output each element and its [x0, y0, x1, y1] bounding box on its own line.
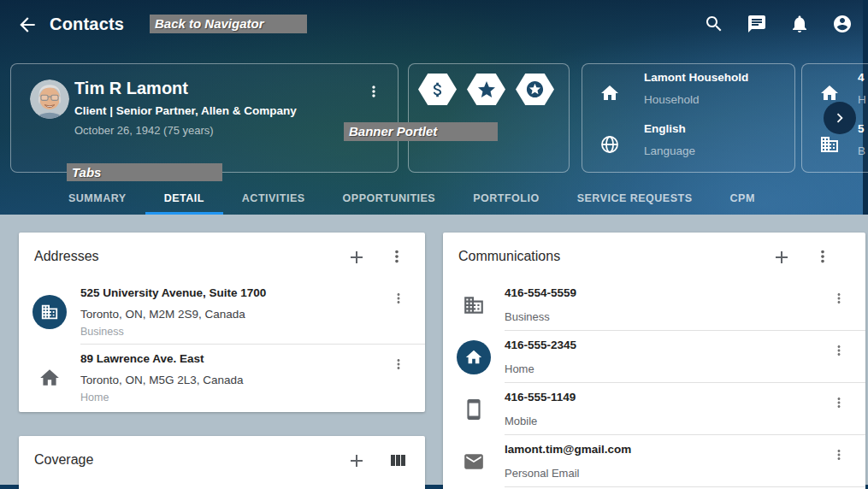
contact-avatar — [30, 80, 69, 119]
building-icon — [819, 134, 840, 155]
communication-type: Business — [505, 310, 865, 323]
building-icon — [463, 294, 485, 316]
chevron-right-icon — [830, 109, 849, 127]
address-line2: Toronto, ON, M2M 2S9, Canada — [80, 308, 425, 321]
topbar-icon-group — [704, 14, 853, 34]
home-icon — [819, 83, 840, 103]
email-icon — [463, 451, 485, 473]
language-icon — [599, 134, 620, 155]
communication-more-vert-icon[interactable] — [831, 291, 847, 306]
banner-badges-card — [408, 63, 570, 173]
communication-type: Personal Email — [505, 467, 865, 480]
language-label: Language — [644, 144, 695, 158]
content-area: Addresses 525 University Avenue, Suite 1… — [0, 215, 868, 489]
mobile-phone-icon — [463, 398, 485, 421]
household-label: Household — [644, 93, 748, 107]
tab-detail[interactable]: DETAIL — [145, 181, 223, 215]
circled-star-badge-icon[interactable] — [516, 74, 554, 105]
view-columns-icon[interactable] — [387, 451, 408, 471]
communication-more-vert-icon[interactable] — [831, 343, 847, 358]
communication-value: 416-554-5559 — [505, 286, 865, 300]
tab-service-requests[interactable]: SERVICE REQUESTS — [558, 181, 712, 215]
notifications-bell-icon[interactable] — [789, 14, 810, 34]
tab-activities[interactable]: ACTIVITIES — [223, 181, 324, 215]
page-title: Contacts — [50, 15, 124, 34]
language-value: English — [644, 122, 695, 136]
coverage-card-header: Coverage — [19, 436, 425, 482]
communications-card-header: Communications — [443, 233, 865, 279]
top-app-bar: Contacts — [0, 0, 868, 49]
carousel-next-button[interactable] — [824, 102, 856, 134]
address-line1: 525 University Avenue, Suite 1700 — [80, 286, 425, 300]
communication-value: 416-555-1149 — [505, 390, 865, 404]
building-circle-icon — [32, 295, 67, 329]
address-list-item[interactable]: 89 Lawrence Ave. East Toronto, ON, M5G 2… — [19, 345, 425, 410]
chat-icon[interactable] — [747, 14, 767, 34]
address-line1: 89 Lawrence Ave. East — [80, 351, 425, 366]
list-divider — [505, 486, 865, 487]
search-icon[interactable] — [704, 14, 724, 34]
banner-more-vert-icon[interactable] — [365, 83, 382, 100]
contact-name: Tim R Lamont — [74, 78, 358, 98]
communications-card-title: Communications — [458, 249, 560, 264]
communication-list-item[interactable]: lamont.tim@gmail.com Personal Email — [443, 435, 865, 487]
communication-list-item[interactable]: 416-554-5559 Business — [443, 279, 865, 331]
annotation-tabs: Tabs — [67, 163, 222, 181]
communication-list-item[interactable]: 416-555-1149 Mobile — [443, 383, 865, 435]
addresses-card-title: Addresses — [34, 249, 99, 264]
banner-details-card: Lamont Household Household English Langu… — [582, 63, 795, 173]
account-icon[interactable] — [832, 14, 853, 34]
addresses-card: Addresses 525 University Avenue, Suite 1… — [19, 233, 425, 412]
add-address-icon[interactable] — [346, 247, 367, 268]
dollar-badge-icon[interactable] — [418, 74, 457, 105]
add-communication-icon[interactable] — [771, 247, 792, 268]
annotation-banner-portlet: Banner Portlet — [344, 122, 498, 141]
communications-more-vert-icon[interactable] — [813, 247, 834, 268]
home-icon — [38, 367, 61, 389]
address-line2: Toronto, ON, M5G 2L3, Canada — [80, 374, 425, 387]
app-screen: Contacts — [0, 0, 868, 489]
clipped-label-1: H — [858, 93, 866, 107]
profile-info: Tim R Lamont Client | Senior Partner, Al… — [74, 78, 358, 137]
add-coverage-icon[interactable] — [346, 451, 367, 471]
contact-subtitle: Client | Senior Partner, Allen & Company — [74, 104, 358, 117]
back-arrow-icon[interactable] — [16, 14, 38, 36]
coverage-card: Coverage — [19, 436, 425, 489]
household-detail[interactable]: Lamont Household Household — [582, 71, 748, 107]
address-more-vert-icon[interactable] — [391, 291, 406, 306]
tab-opportunities[interactable]: OPPORTUNITIES — [324, 181, 455, 215]
communications-card: Communications 416-554-5559 Business — [443, 233, 865, 489]
addresses-more-vert-icon[interactable] — [387, 247, 408, 268]
communication-type: Mobile — [505, 415, 865, 427]
clipped-detail-1[interactable]: 4 H — [802, 71, 866, 107]
home-circle-icon — [457, 340, 491, 374]
addresses-card-header: Addresses — [19, 233, 425, 279]
tab-cpm[interactable]: CPM — [712, 181, 774, 215]
home-icon — [599, 83, 620, 103]
tab-bar: SUMMARY DETAIL ACTIVITIES OPPORTUNITIES … — [50, 181, 774, 215]
language-detail[interactable]: English Language — [582, 122, 695, 158]
clipped-value-2: 5 — [858, 122, 865, 136]
address-list-item[interactable]: 525 University Avenue, Suite 1700 Toront… — [19, 279, 425, 345]
annotation-back-to-navigator: Back to Navigator — [150, 15, 307, 33]
communication-type: Home — [505, 362, 865, 375]
communication-value: lamont.tim@gmail.com — [505, 442, 865, 457]
badge-row — [409, 64, 569, 105]
address-type: Home — [80, 392, 425, 404]
contact-birthdate: October 26, 1942 (75 years) — [74, 124, 358, 137]
address-more-vert-icon[interactable] — [391, 356, 406, 372]
star-badge-icon[interactable] — [467, 74, 505, 105]
banner-profile-card: Tim R Lamont Client | Senior Partner, Al… — [10, 63, 399, 173]
coverage-card-title: Coverage — [34, 452, 93, 468]
tab-portfolio[interactable]: PORTFOLIO — [454, 181, 558, 215]
communication-value: 416-555-2345 — [505, 338, 865, 352]
communication-more-vert-icon[interactable] — [831, 395, 847, 410]
household-value: Lamont Household — [644, 71, 748, 85]
communication-more-vert-icon[interactable] — [831, 447, 847, 462]
clipped-value-1: 4 — [858, 71, 866, 85]
address-type: Business — [80, 326, 425, 339]
clipped-label-2: B — [858, 144, 865, 158]
tab-summary[interactable]: SUMMARY — [50, 181, 145, 215]
communication-list-item[interactable]: 416-555-2345 Home — [443, 331, 865, 383]
